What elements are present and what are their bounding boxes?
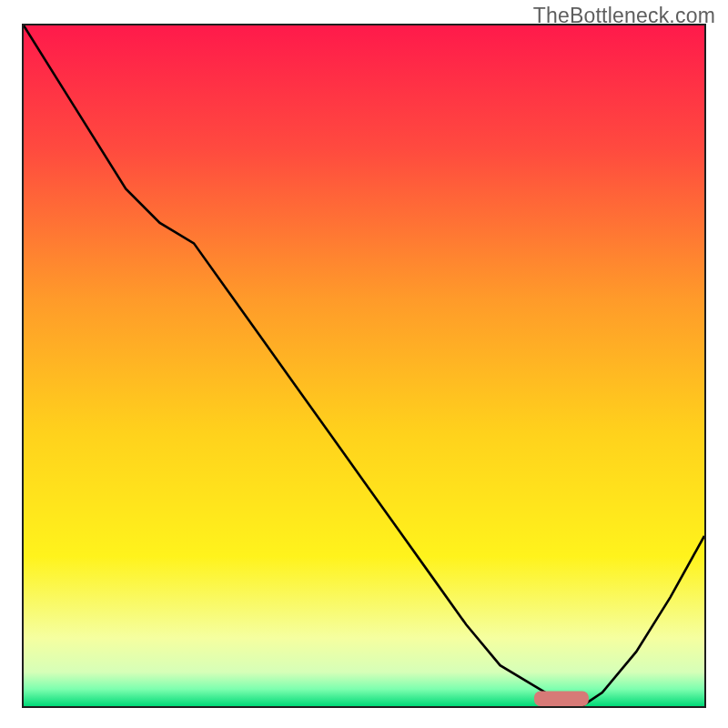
chart-frame: [22, 24, 706, 708]
page-root: TheBottleneck.com: [0, 0, 728, 728]
sweet-spot-bar: [534, 692, 589, 706]
bottleneck-chart: [24, 25, 704, 706]
gradient-background: [24, 25, 704, 706]
